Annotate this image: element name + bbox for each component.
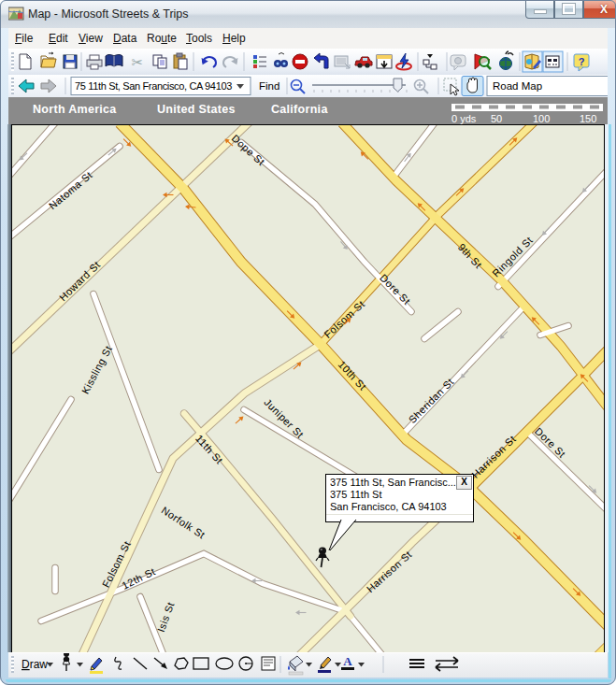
svg-text:Draw: Draw <box>21 658 48 671</box>
svg-text:75 11th St, San Francisco, CA: 75 11th St, San Francisco, CA 94103 <box>75 80 232 92</box>
svg-text:Dope St: Dope St <box>230 133 267 168</box>
svg-text:Natoma St: Natoma St <box>47 169 94 211</box>
svg-text:Folsom St: Folsom St <box>322 298 366 340</box>
svg-text:0 yds: 0 yds <box>451 113 477 124</box>
svg-text:Road Map: Road Map <box>493 80 542 92</box>
svg-text:50: 50 <box>491 113 502 124</box>
svg-text:Sheridan St: Sheridan St <box>407 376 456 425</box>
svg-text:✂: ✂ <box>132 54 144 70</box>
svg-text:100: 100 <box>533 113 550 124</box>
svg-text:Harrison St: Harrison St <box>469 433 518 480</box>
svg-text:Dore St: Dore St <box>378 272 412 307</box>
svg-text:Harrison St: Harrison St <box>365 549 414 594</box>
svg-text:Find: Find <box>259 80 279 92</box>
svg-text:150: 150 <box>580 113 596 124</box>
svg-text:A: A <box>343 654 352 668</box>
svg-text:Kissling St: Kissling St <box>79 344 114 396</box>
svg-text:?: ? <box>579 56 585 67</box>
svg-text:Isis St: Isis St <box>155 600 177 634</box>
svg-text:Norfolk St: Norfolk St <box>160 505 208 541</box>
